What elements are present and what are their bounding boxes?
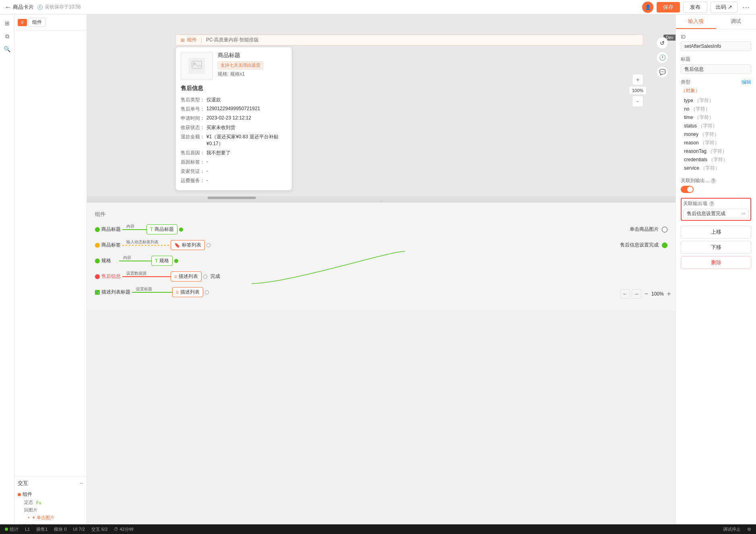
box-spec[interactable]: T 规格 xyxy=(151,256,173,266)
info-icon-2[interactable]: ? xyxy=(709,201,715,207)
tag-button[interactable]: # xyxy=(18,19,27,26)
info-row: 运费服务：- xyxy=(181,176,287,185)
toggle-switch[interactable] xyxy=(681,186,694,193)
info-icon[interactable]: ? xyxy=(711,178,716,184)
minimize-icon[interactable]: − xyxy=(80,480,83,487)
line-label-tag: 输入动态标签列表 xyxy=(126,239,159,245)
node-label-desc: 描述列表标题 xyxy=(101,289,130,296)
box-title[interactable]: T 商品标题 xyxy=(146,224,177,234)
move-down-button[interactable]: 下移 xyxy=(681,241,751,254)
line-label-title: 内容 xyxy=(126,224,134,229)
fx-label: Fx xyxy=(36,500,41,505)
edit-link[interactable]: 编辑 xyxy=(742,79,751,86)
info-label: 售后原因： xyxy=(181,150,205,156)
box-text-title: 商品标题 xyxy=(154,226,174,233)
zoom-percentage: 100% xyxy=(629,86,647,95)
type-field-item: credentials （字符） xyxy=(684,156,751,164)
node-dot-after-sale xyxy=(95,274,100,279)
export-button[interactable]: 出码 ↗ xyxy=(711,2,737,13)
zoom-pct-bottom: 100% xyxy=(651,291,664,297)
status-bar: 统计 L1 插售1 模块 0 UI 7/2 交互 6/2 ⏱ 42分钟 调试停止… xyxy=(0,524,756,534)
status-module: 模块 0 xyxy=(54,526,66,532)
component-icon: ⊞ xyxy=(181,37,185,43)
mode-text: PC·高质量内容·智能排版 xyxy=(206,37,259,43)
bottom-zoom-controls: ← → − 100% + xyxy=(620,289,671,299)
connector-dot-desc xyxy=(205,290,209,294)
status-interaction: 交互 6/2 xyxy=(91,526,107,532)
box-text-tag: 标签列表 xyxy=(182,242,201,249)
refresh-icon[interactable]: ↺ xyxy=(656,37,668,49)
tab-input[interactable]: 输入项 xyxy=(676,14,716,29)
title-label: 标题 xyxy=(681,56,751,63)
line-desc: 设置标题 xyxy=(132,292,172,293)
avatar[interactable]: 👤 xyxy=(642,2,653,13)
separator: | xyxy=(201,37,202,43)
connector-dot-after-sale xyxy=(203,275,207,279)
box-icon-tag: 🔖 xyxy=(174,242,180,248)
flow-row-product-tag: 商品标签 输入动态标签列表 🔖 标签列表 售后信息设置完成 xyxy=(95,240,667,250)
product-badge: 支持七天无理由退货 xyxy=(218,62,263,69)
status-item-interaction: 交互 6/2 xyxy=(91,526,107,532)
canvas-resize-handle[interactable]: ⋯ xyxy=(87,199,676,203)
type-header: 类型 编辑 xyxy=(681,79,751,86)
info-label: 收获状态： xyxy=(181,124,205,131)
svg-rect-0 xyxy=(189,58,205,74)
type-field-type: （字符） xyxy=(709,157,728,162)
related-output-select[interactable]: 售后信息设置完成 xyxy=(683,209,749,218)
info-value: - xyxy=(206,168,208,175)
component-panel: # 组件 交互 − 组件 定态 Fx 回图片 xyxy=(14,14,87,534)
title-field-group: 标题 xyxy=(681,56,751,74)
debug-stop-button[interactable]: 调试停止 xyxy=(723,526,741,532)
component-button[interactable]: 组件 xyxy=(29,18,45,27)
scrollbar-thumb[interactable] xyxy=(208,197,256,199)
interaction-label: 交互 xyxy=(18,480,28,487)
box-tag[interactable]: 🔖 标签列表 xyxy=(171,240,205,250)
save-button[interactable]: 保存 xyxy=(657,2,680,12)
status-bar-right: 调试停止 ⚙ xyxy=(723,526,751,532)
box-after-sale[interactable]: ≡ 描述列表 xyxy=(171,271,202,281)
info-label: 原因标签： xyxy=(181,159,205,166)
sub-event-click-image[interactable]: ✦ 单击图片 xyxy=(18,514,83,522)
publish-button[interactable]: 发布 xyxy=(683,2,707,13)
sidebar-search-icon[interactable]: 🔍 xyxy=(2,43,13,55)
settings-icon[interactable]: ⚙ xyxy=(747,527,751,532)
sidebar-layer-icon[interactable]: ⧉ xyxy=(2,31,13,42)
zoom-minus-bottom[interactable]: − xyxy=(645,290,648,298)
move-up-button[interactable]: 上移 xyxy=(681,226,751,238)
id-field-group: ID xyxy=(681,34,751,51)
info-row: 卖家凭证：- xyxy=(181,167,287,176)
id-input[interactable] xyxy=(681,41,751,51)
clock-icon: 🕙 xyxy=(37,4,43,10)
more-button[interactable]: ⋯ xyxy=(741,3,751,12)
delete-button[interactable]: 删除 xyxy=(681,256,751,269)
status-item-plug: 插售1 xyxy=(36,526,47,532)
clock-icon[interactable]: 🕐 xyxy=(656,51,668,64)
tab-debug[interactable]: 调试 xyxy=(716,14,756,29)
zoom-minus-button[interactable]: - xyxy=(632,96,643,107)
back-button[interactable]: ← 商品卡片 xyxy=(5,4,34,11)
event-item-image[interactable]: 回图片 xyxy=(24,506,83,514)
component-item[interactable]: 组件 xyxy=(18,490,83,499)
type-field-name: time xyxy=(684,115,693,120)
info-row: 退款金额：¥1（退还买家¥0.83 退还平台补贴¥0.17） xyxy=(181,132,287,148)
type-field-type: （字符） xyxy=(691,106,710,112)
info-label: 卖家凭证： xyxy=(181,168,205,175)
title-input[interactable] xyxy=(681,64,751,74)
type-field-item: money （字符） xyxy=(684,130,751,139)
horizontal-scrollbar[interactable] xyxy=(87,196,676,199)
line-after-sale: 设置数据源 xyxy=(122,276,171,277)
zoom-plus-bottom[interactable]: + xyxy=(667,290,671,298)
event-item-state[interactable]: 定态 Fx xyxy=(24,499,83,506)
status-dot xyxy=(5,528,8,531)
component-dot xyxy=(18,493,21,496)
chat-icon[interactable]: 💬 xyxy=(656,66,668,78)
nav-next-button[interactable]: → xyxy=(632,289,641,299)
box-icon-after-sale: ≡ xyxy=(174,274,177,279)
sidebar-home-icon[interactable]: ⊞ xyxy=(2,18,13,29)
nav-prev-button[interactable]: ← xyxy=(620,289,630,299)
left-sidebar: ⊞ ⧉ 🔍 xyxy=(0,14,14,534)
info-label: 售后类型： xyxy=(181,97,205,103)
interaction-title: 交互 − xyxy=(18,480,83,487)
zoom-plus-button[interactable]: + xyxy=(632,74,643,85)
box-desc[interactable]: ≡ 描述列表 xyxy=(172,287,203,297)
